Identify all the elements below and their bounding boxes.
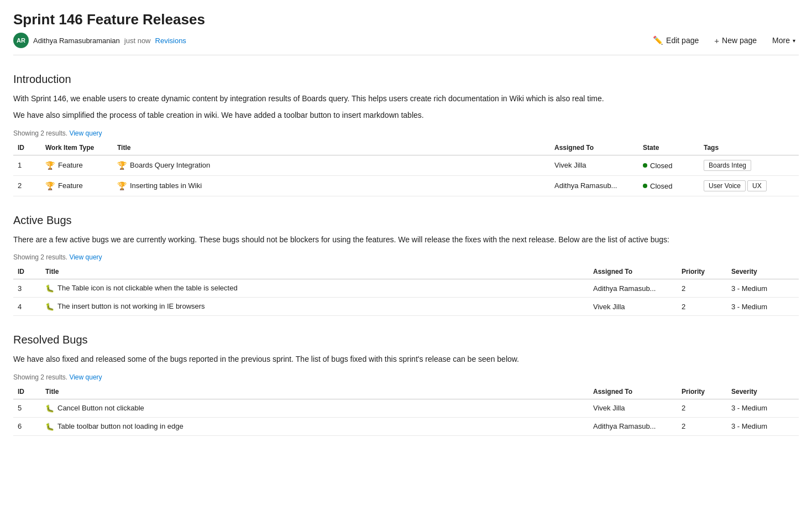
page-header: Sprint 146 Feature Releases AR Adithya R… [0,0,812,55]
col-header-priority: Priority [677,264,727,279]
col-header-type: Work Item Type [41,141,113,155]
cell-severity: 3 - Medium [727,298,799,316]
cell-severity: 3 - Medium [727,399,799,417]
revisions-link[interactable]: Revisions [155,37,186,45]
bug-icon: 🐛 [45,284,54,293]
page-title: Sprint 146 Feature Releases [13,11,799,28]
bug-icon: 🐛 [45,423,54,431]
tag-badge: UX [747,180,767,191]
cell-title: 🐛Cancel Button not clickable [41,399,589,417]
avatar: AR [13,33,29,48]
col-header-priority: Priority [677,384,727,399]
resolved-bugs-section: Resolved Bugs We have also fixed and rel… [13,334,799,436]
feature-icon: 🏆 [45,181,55,190]
active-bugs-table: ID Title Assigned To Priority Severity 3… [13,264,799,316]
cell-title: 🏆Boards Query Integration [113,155,550,175]
cell-id: 6 [13,417,41,435]
cell-id: 2 [13,175,41,196]
introduction-heading: Introduction [13,73,799,86]
active-bugs-header: ID Title Assigned To Priority Severity [13,264,799,279]
feature-icon: 🏆 [117,161,127,170]
cell-title: 🐛The insert button is not working in IE … [41,298,589,316]
new-page-button[interactable]: + New page [711,34,760,48]
resolved-bugs-view-query-link[interactable]: View query [69,373,102,381]
col-header-assigned: Assigned To [589,384,677,399]
intro-view-query-link[interactable]: View query [69,129,102,137]
intro-table-header: ID Work Item Type Title Assigned To Stat… [13,141,799,155]
edit-page-button[interactable]: ✏️ Edit page [649,33,702,48]
intro-query-table: ID Work Item Type Title Assigned To Stat… [13,141,799,196]
intro-showing-results: Showing 2 results. View query [13,129,799,137]
introduction-section: Introduction With Sprint 146, we enable … [13,73,799,196]
cell-assigned: Vivek Jilla [589,298,677,316]
col-header-title: Title [41,384,589,399]
col-header-severity: Severity [727,384,799,399]
plus-icon: + [714,36,719,45]
active-bugs-heading: Active Bugs [13,214,799,227]
col-header-assigned: Assigned To [550,141,638,155]
cell-tags: User VoiceUX [699,175,799,196]
cell-assigned: Adithya Ramasub... [589,279,677,298]
cell-title: 🏆Inserting tables in Wiki [113,175,550,196]
resolved-bugs-para: We have also fixed and released some of … [13,353,799,365]
chevron-down-icon: ▾ [793,38,795,44]
table-row: 1 🏆Feature 🏆Boards Query Integration Viv… [13,155,799,175]
state-dot [643,184,647,188]
col-header-id: ID [13,264,41,279]
col-header-title: Title [41,264,589,279]
cell-priority: 2 [677,417,727,435]
table-row: 4 🐛The insert button is not working in I… [13,298,799,316]
bug-icon: 🐛 [45,303,54,311]
cell-priority: 2 [677,279,727,298]
resolved-bugs-table: ID Title Assigned To Priority Severity 5… [13,384,799,436]
tag-badge: Boards Integ [704,160,751,171]
cell-priority: 2 [677,298,727,316]
table-row: 5 🐛Cancel Button not clickable Vivek Jil… [13,399,799,417]
active-bugs-showing: Showing 2 results. View query [13,253,799,261]
author-name: Adithya Ramasubramanian [33,37,120,45]
cell-state: Closed [638,175,699,196]
active-bugs-para: There are a few active bugs we are curre… [13,233,799,246]
resolved-bugs-heading: Resolved Bugs [13,334,799,346]
cell-type: 🏆Feature [41,175,113,196]
cell-id: 1 [13,155,41,175]
cell-assigned: Vivek Jilla [550,155,638,175]
cell-severity: 3 - Medium [727,417,799,435]
feature-icon: 🏆 [117,181,127,190]
cell-tags: Boards Integ [699,155,799,175]
active-bugs-view-query-link[interactable]: View query [69,253,102,261]
cell-severity: 3 - Medium [727,279,799,298]
intro-para-2: We have also simplified the process of t… [13,109,799,121]
cell-state: Closed [638,155,699,175]
col-header-id: ID [13,384,41,399]
intro-para-1: With Sprint 146, we enable users to crea… [13,92,799,105]
cell-assigned: Vivek Jilla [589,399,677,417]
cell-priority: 2 [677,399,727,417]
feature-icon: 🏆 [45,161,55,170]
more-button[interactable]: More ▾ [769,34,799,47]
active-bugs-section: Active Bugs There are a few active bugs … [13,214,799,316]
table-row: 2 🏆Feature 🏆Inserting tables in Wiki Adi… [13,175,799,196]
table-row: 6 🐛Table toolbar button not loading in e… [13,417,799,435]
bug-icon: 🐛 [45,404,54,413]
resolved-bugs-header: ID Title Assigned To Priority Severity [13,384,799,399]
cell-id: 4 [13,298,41,316]
col-header-id: ID [13,141,41,155]
cell-id: 5 [13,399,41,417]
table-row: 3 🐛The Table icon is not clickable when … [13,279,799,298]
cell-assigned: Adithya Ramasub... [589,417,677,435]
col-header-severity: Severity [727,264,799,279]
col-header-state: State [638,141,699,155]
col-header-title: Title [113,141,550,155]
cell-title: 🐛Table toolbar button not loading in edg… [41,417,589,435]
cell-assigned: Adithya Ramasub... [550,175,638,196]
cell-title: 🐛The Table icon is not clickable when th… [41,279,589,298]
edit-time: just now [124,37,151,45]
tag-badge: User Voice [704,180,746,191]
edit-icon: ✏️ [653,35,663,45]
cell-type: 🏆Feature [41,155,113,175]
resolved-bugs-showing: Showing 2 results. View query [13,373,799,381]
col-header-tags: Tags [699,141,799,155]
toolbar-right: ✏️ Edit page + New page More ▾ [649,33,799,48]
col-header-assigned: Assigned To [589,264,677,279]
